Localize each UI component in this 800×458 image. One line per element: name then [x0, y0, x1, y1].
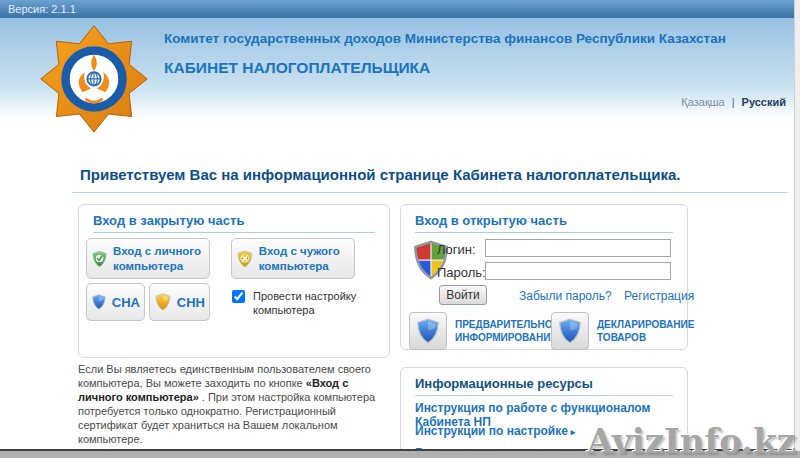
arrow-right-icon: ▸: [571, 427, 576, 437]
preliminary-informing-label: ПРЕДВАРИТЕЛЬНОЕ ИНФОРМИРОВАНИЕ: [455, 318, 559, 344]
goods-declaration-link[interactable]: ДЕКЛАРИРОВАНИЕ ТОВАРОВ: [551, 312, 694, 350]
snn-button[interactable]: СНН: [149, 283, 210, 321]
closed-part-panel: Вход в закрытую часть Вход с личного ком…: [78, 204, 390, 358]
lang-russian-link[interactable]: Русский: [742, 96, 786, 108]
service-label-line: ТОВАРОВ: [597, 331, 694, 344]
goods-declaration-label: ДЕКЛАРИРОВАНИЕ ТОВАРОВ: [597, 318, 694, 344]
service-label-line: ПРЕДВАРИТЕЛЬНОЕ: [455, 318, 559, 331]
blue-shield-icon: [91, 290, 107, 314]
open-part-title: Вход в открытую часть: [415, 213, 673, 233]
info-link-label: Инструкции по настройке: [415, 424, 568, 438]
lang-divider: |: [732, 96, 735, 108]
password-label: Пароль:: [437, 265, 486, 280]
setup-computer-checkbox-row[interactable]: Провести настройку компьютера: [232, 289, 362, 318]
login-submit-button[interactable]: Войти: [439, 285, 487, 305]
forgot-password-link[interactable]: Забыли пароль?: [519, 289, 612, 303]
snn-label: СНН: [177, 295, 205, 310]
version-bar: Версия: 2.1.1: [0, 0, 795, 18]
setup-computer-label: Провести настройку компьютера: [253, 289, 357, 318]
setup-instructions-link[interactable]: Инструкции по настройке▸: [415, 424, 575, 438]
blue-shield-icon: [409, 312, 447, 350]
help-text-block: Если Вы являетесь единственным пользоват…: [78, 362, 392, 458]
state-revenue-committee-logo-icon: [33, 20, 155, 134]
right-edge-strip: [794, 0, 800, 451]
orange-shield-icon: [154, 290, 172, 314]
login-input[interactable]: [485, 239, 671, 257]
login-label: Логин:: [437, 242, 476, 257]
lang-kazakh-link[interactable]: Қазақша: [681, 96, 724, 108]
green-shield-check-icon: [91, 244, 108, 274]
registration-link[interactable]: Регистрация: [624, 289, 694, 303]
login-personal-label: Вход с личного компьютера: [113, 244, 205, 273]
login-foreign-label: Вход с чужого компьютера: [259, 244, 350, 273]
org-title: Комитет государственных доходов Министер…: [164, 31, 764, 46]
sna-button[interactable]: СНА: [86, 283, 145, 321]
app-title: КАБИНЕТ НАЛОГОПЛАТЕЛЬЩИКА: [164, 59, 430, 77]
avizinfo-watermark: AvizInfo.kz: [587, 421, 796, 458]
language-switcher: Қазақша|Русский: [681, 96, 786, 108]
info-resources-title: Информационные ресурсы: [415, 376, 673, 396]
login-foreign-computer-button[interactable]: Вход с чужого компьютера: [231, 238, 355, 279]
service-label-line: ДЕКЛАРИРОВАНИЕ: [597, 318, 694, 331]
blue-shield-icon: [551, 312, 589, 350]
welcome-heading: Приветствуем Вас на информационной стран…: [80, 166, 680, 183]
version-label: Версия: 2.1.1: [8, 3, 76, 15]
preliminary-informing-link[interactable]: ПРЕДВАРИТЕЛЬНОЕ ИНФОРМИРОВАНИЕ: [409, 312, 559, 350]
sna-label: СНА: [112, 295, 140, 310]
open-part-panel: Вход в открытую часть Логин: Пароль: Вой…: [400, 204, 688, 350]
setup-computer-checkbox[interactable]: [232, 290, 245, 303]
taxpayer-cabinet-page: Версия: 2.1.1 Комитет государственных до…: [0, 0, 800, 458]
service-label-line: ИНФОРМИРОВАНИЕ: [455, 331, 559, 344]
divider-line: [72, 192, 788, 193]
login-personal-computer-button[interactable]: Вход с личного компьютера: [86, 238, 210, 279]
yellow-shield-x-icon: [236, 244, 254, 274]
password-input[interactable]: [485, 262, 671, 280]
closed-part-title: Вход в закрытую часть: [93, 213, 375, 233]
paragraph-personal-login: Если Вы являетесь единственным пользоват…: [78, 362, 392, 446]
